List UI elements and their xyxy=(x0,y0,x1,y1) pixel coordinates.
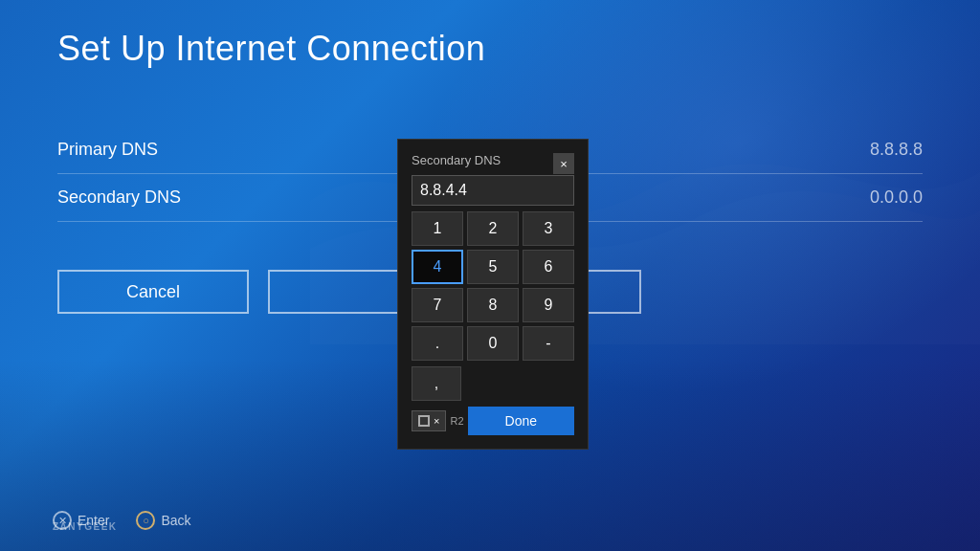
backspace-button[interactable]: × xyxy=(412,410,446,431)
key-9[interactable]: 9 xyxy=(523,288,574,322)
backspace-x-label: × xyxy=(434,415,439,427)
dialog-title: Secondary DNS xyxy=(412,153,574,167)
dialog-footer: × R2 Done xyxy=(412,407,574,435)
numpad-grid: 1 2 3 4 5 6 7 8 9 . 0 - xyxy=(412,211,574,361)
square-icon xyxy=(418,415,430,427)
r2-label: R2 xyxy=(450,415,463,427)
dialog-overlay: Secondary DNS × 1 2 3 4 5 6 7 8 9 . 0 - … xyxy=(0,0,980,551)
done-button[interactable]: Done xyxy=(468,407,575,435)
dialog-close-button[interactable]: × xyxy=(553,153,574,174)
key-dash[interactable]: - xyxy=(523,326,574,361)
key-6[interactable]: 6 xyxy=(523,250,574,284)
key-0[interactable]: 0 xyxy=(467,326,519,361)
key-comma[interactable]: , xyxy=(412,366,461,401)
key-5[interactable]: 5 xyxy=(467,250,519,284)
key-2[interactable]: 2 xyxy=(467,211,519,246)
key-1[interactable]: 1 xyxy=(412,211,463,246)
key-7[interactable]: 7 xyxy=(412,288,463,322)
numpad-dialog: Secondary DNS × 1 2 3 4 5 6 7 8 9 . 0 - … xyxy=(397,139,589,450)
key-3[interactable]: 3 xyxy=(523,211,574,246)
dns-input[interactable] xyxy=(412,175,574,206)
key-8[interactable]: 8 xyxy=(467,288,519,322)
key-4[interactable]: 4 xyxy=(412,250,463,284)
key-dot[interactable]: . xyxy=(412,326,463,361)
